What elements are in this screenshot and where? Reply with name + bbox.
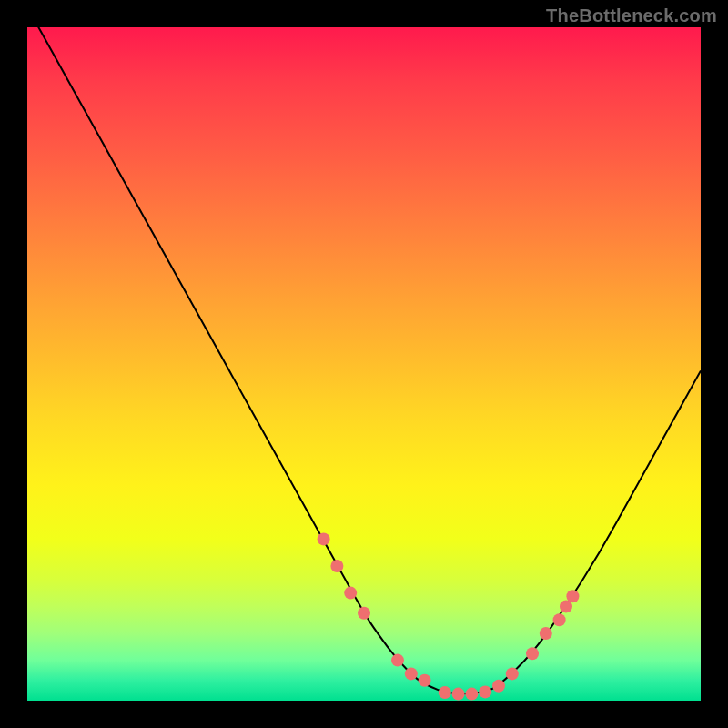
marker-dot — [419, 674, 431, 687]
curve-layer — [27, 27, 701, 701]
marker-dot — [452, 688, 465, 701]
marker-dot — [330, 560, 343, 572]
bottleneck-curve — [27, 27, 701, 693]
marker-dot — [553, 613, 566, 626]
marker-dot — [492, 680, 505, 693]
marker-dot — [318, 532, 330, 545]
marker-dot — [405, 667, 418, 680]
marker-dot — [479, 685, 491, 698]
plot-area — [27, 27, 701, 701]
marker-dot — [391, 654, 404, 667]
marker-dot — [358, 607, 370, 620]
marker-dot — [506, 667, 519, 680]
marker-dot — [540, 627, 552, 640]
marker-dot — [344, 587, 357, 600]
marker-dot — [526, 647, 539, 660]
chart-frame: TheBottleneck.com — [0, 0, 728, 728]
marker-dot — [566, 590, 579, 602]
watermark-text: TheBottleneck.com — [546, 5, 717, 26]
marker-dot — [465, 688, 478, 701]
highlight-markers — [318, 532, 580, 700]
marker-dot — [439, 686, 451, 699]
